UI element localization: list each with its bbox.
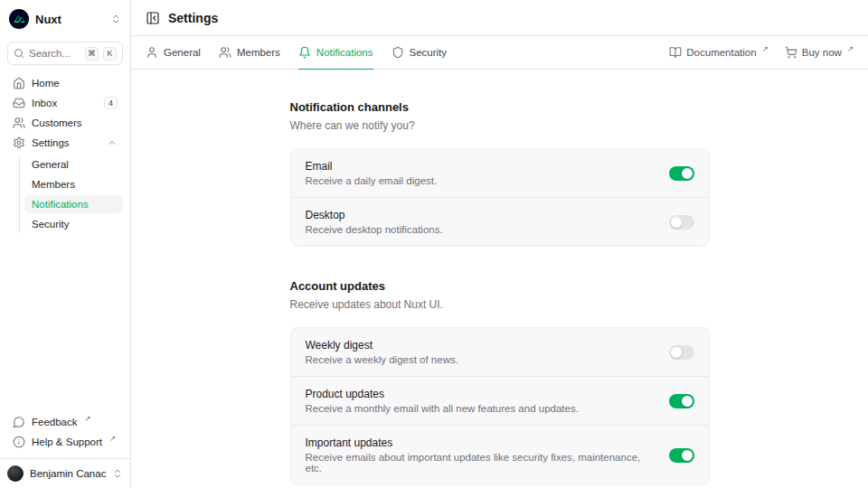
search-input[interactable] [29, 48, 80, 59]
main-panel: Settings General Members Notifications S… [131, 0, 868, 488]
tab-actions: Documentation ↗ Buy now ↗ [669, 46, 854, 59]
tab-general[interactable]: General [146, 36, 201, 69]
sidebar-item-label: Security [32, 219, 70, 230]
setting-row-text: Weekly digest Receive a weekly digest of… [306, 339, 655, 365]
sidebar-nav: Home Inbox 4 Customers Settings Gener [7, 74, 123, 233]
settings-card: Email Receive a daily email digest. Desk… [290, 148, 710, 247]
external-link-icon: ↗ [847, 44, 854, 53]
tab-notifications[interactable]: Notifications [298, 36, 373, 69]
sidebar-item-label: Notifications [32, 199, 89, 210]
section-title: Notification channels [290, 100, 710, 114]
setting-description: Receive a daily email digest. [306, 175, 655, 186]
user-menu[interactable]: Benjamin Canac [7, 465, 123, 482]
home-icon [13, 77, 25, 89]
tab-label: General [164, 47, 201, 58]
setting-row-text: Important updates Receive emails about i… [306, 436, 655, 474]
section-title: Account updates [290, 279, 710, 293]
sidebar-item-label: Inbox [32, 98, 57, 108]
sidebar-footer: Feedback ↗ Help & Support ↗ [7, 413, 123, 455]
book-open-icon [669, 46, 682, 59]
setting-title: Email [306, 160, 655, 173]
chevrons-up-down-icon [110, 14, 121, 24]
user-icon [146, 46, 158, 59]
tab-security[interactable]: Security [392, 36, 448, 69]
setting-description: Receive emails about important updates l… [306, 452, 655, 474]
help-support-label: Help & Support [32, 436, 102, 447]
app-window: Nuxt ⌘ K Home Inbox 4 [0, 0, 868, 488]
page-title: Settings [168, 11, 218, 25]
sidebar: Nuxt ⌘ K Home Inbox 4 [0, 0, 131, 488]
feedback-link[interactable]: Feedback ↗ [7, 413, 123, 431]
chevrons-up-down-icon [112, 468, 123, 479]
setting-row-product-updates: Product updates Receive a monthly email … [291, 376, 709, 425]
buy-now-label: Buy now [802, 47, 842, 58]
sidebar-item-members[interactable]: Members [24, 175, 123, 193]
kbd-command: ⌘ [85, 47, 99, 61]
sidebar-item-label: General [32, 159, 69, 170]
user-name: Benjamin Canac [30, 468, 106, 479]
setting-title: Product updates [306, 388, 655, 400]
sidebar-item-label: Customers [32, 117, 82, 128]
sidebar-item-inbox[interactable]: Inbox 4 [7, 94, 123, 112]
help-support-link[interactable]: Help & Support ↗ [7, 433, 123, 451]
user-menu-wrap: Benjamin Canac [0, 458, 130, 488]
setting-description: Receive desktop notifications. [306, 224, 655, 235]
search-box[interactable]: ⌘ K [7, 42, 123, 65]
tab-bar: General Members Notifications Security D… [131, 36, 868, 70]
weekly-digest-toggle[interactable] [669, 345, 694, 360]
kbd-k: K [103, 47, 117, 61]
setting-row-desktop: Desktop Receive desktop notifications. [291, 197, 709, 246]
setting-description: Receive a weekly digest of news. [306, 354, 655, 365]
workspace-name: Nuxt [35, 13, 61, 26]
email-toggle[interactable] [669, 166, 694, 181]
sidebar-item-home[interactable]: Home [7, 74, 123, 92]
setting-description: Receive a monthly email with all new fea… [306, 403, 655, 414]
sidebar-item-notifications[interactable]: Notifications [24, 195, 123, 213]
nuxt-logo-icon [9, 9, 29, 29]
sidebar-collapse-button[interactable] [146, 11, 160, 25]
sidebar-item-security[interactable]: Security [24, 215, 123, 233]
info-icon [13, 436, 25, 448]
external-link-icon: ↗ [85, 414, 91, 423]
panel-left-close-icon [146, 11, 160, 25]
users-icon [219, 46, 231, 59]
search-icon [14, 48, 24, 59]
settings-card: Weekly digest Receive a weekly digest of… [290, 327, 710, 485]
bell-icon [298, 46, 311, 59]
page-header: Settings [131, 0, 868, 36]
users-icon [13, 117, 25, 129]
workspace-switcher[interactable]: Nuxt [7, 7, 123, 31]
section-description: Receive updates about Nuxt UI. [290, 298, 710, 311]
product-updates-toggle[interactable] [669, 394, 694, 408]
chevron-up-icon [107, 137, 118, 148]
buy-now-link[interactable]: Buy now ↗ [785, 46, 854, 59]
section-account-updates: Account updates Receive updates about Nu… [290, 279, 710, 485]
setting-title: Desktop [306, 209, 655, 221]
desktop-toggle[interactable] [669, 215, 694, 230]
inbox-count-badge: 4 [104, 97, 118, 109]
avatar [7, 465, 24, 482]
external-link-icon: ↗ [762, 44, 769, 53]
sidebar-item-general[interactable]: General [24, 155, 123, 174]
sidebar-item-customers[interactable]: Customers [7, 114, 123, 132]
feedback-label: Feedback [32, 417, 78, 427]
gear-icon [13, 136, 25, 149]
shopping-cart-icon [785, 46, 797, 59]
inbox-icon [13, 97, 25, 109]
tab-label: Notifications [316, 47, 373, 58]
setting-title: Important updates [306, 436, 655, 449]
section-notification-channels: Notification channels Where can we notif… [290, 100, 710, 247]
documentation-link[interactable]: Documentation ↗ [669, 46, 768, 59]
sidebar-item-label: Members [32, 179, 75, 190]
setting-row-text: Desktop Receive desktop notifications. [306, 209, 655, 235]
tab-members[interactable]: Members [219, 36, 280, 69]
setting-title: Weekly digest [306, 339, 655, 352]
important-updates-toggle[interactable] [669, 448, 694, 463]
external-link-icon: ↗ [109, 434, 116, 443]
sidebar-item-settings[interactable]: Settings [7, 134, 123, 152]
setting-row-text: Product updates Receive a monthly email … [306, 388, 655, 414]
tab-label: Members [237, 47, 280, 58]
setting-row-weekly-digest: Weekly digest Receive a weekly digest of… [291, 328, 709, 376]
sidebar-item-label: Settings [32, 137, 70, 148]
sidebar-item-label: Home [32, 78, 60, 89]
